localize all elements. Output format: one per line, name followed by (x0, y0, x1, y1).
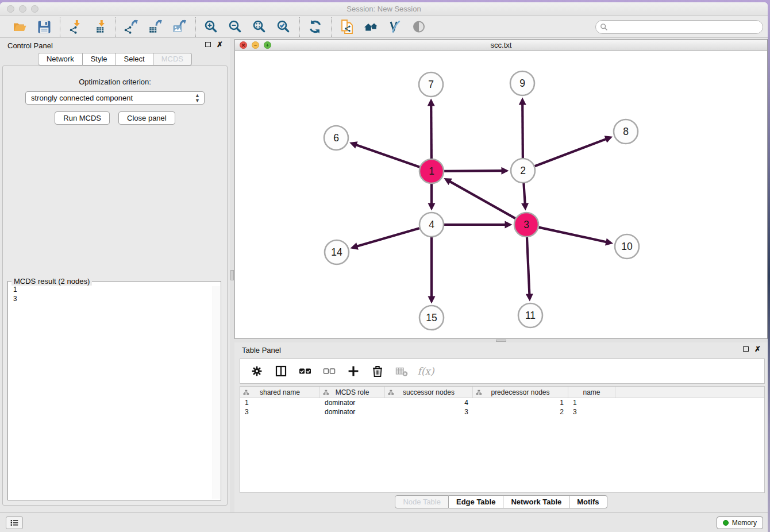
tab-motifs[interactable]: Motifs (569, 495, 607, 508)
result-scrollbar[interactable] (213, 286, 220, 499)
show-columns-button[interactable] (274, 364, 288, 379)
add-row-button[interactable] (346, 364, 361, 379)
search-input[interactable] (595, 20, 763, 34)
task-history-button[interactable] (6, 516, 23, 529)
apply-layout-icon (308, 20, 323, 34)
memory-button[interactable]: Memory (717, 516, 763, 529)
node-label-4: 4 (429, 219, 434, 230)
delete-row-button[interactable] (370, 364, 385, 379)
cell-successor-nodes[interactable]: 4 (385, 398, 473, 407)
export-network-button[interactable] (123, 18, 140, 36)
cell-predecessor-nodes[interactable]: 1 (473, 398, 568, 407)
node-table: shared nameMCDS rolesuccessor nodesprede… (240, 386, 765, 493)
edge-2-9[interactable] (522, 103, 523, 158)
float-panel-icon[interactable] (205, 42, 211, 47)
table-row[interactable]: 1dominator411 (240, 398, 764, 407)
eye-button[interactable] (411, 18, 428, 36)
edge-1-6[interactable] (356, 145, 420, 167)
float-panel-icon[interactable] (743, 346, 749, 352)
settings-button[interactable] (249, 364, 264, 379)
criterion-dropdown[interactable]: strongly connected component ▲▼ (25, 91, 205, 105)
session-title: Session: New Session (0, 2, 768, 16)
column-header-shared-name[interactable]: shared name (240, 387, 320, 398)
cell-MCDS-role[interactable]: dominator (320, 398, 385, 407)
minimize-window-button[interactable] (19, 5, 26, 13)
network-canvas[interactable]: 1234678910111415 (235, 51, 767, 338)
import-network-button[interactable] (67, 18, 84, 36)
close-panel-icon[interactable]: ✗ (217, 41, 223, 48)
mcds-result-box[interactable]: MCDS result (2 nodes) 13 (7, 281, 221, 500)
tab-edge-table[interactable]: Edge Table (449, 495, 503, 508)
cell-successor-nodes[interactable]: 3 (385, 407, 473, 417)
table-panel-title: Table Panel (242, 346, 281, 354)
column-header-name[interactable]: name (568, 387, 615, 398)
tab-mcds[interactable]: MCDS (153, 53, 192, 65)
table-header-row: shared nameMCDS rolesuccessor nodesprede… (240, 387, 764, 398)
table-tabs: Node TableEdge TableNetwork TableMotifs (234, 495, 768, 508)
column-label: name (583, 388, 600, 396)
network-file-button[interactable] (338, 18, 356, 36)
apply-layout-button[interactable] (307, 18, 324, 36)
export-image-button[interactable] (171, 18, 188, 36)
cell-predecessor-nodes[interactable]: 2 (473, 407, 568, 417)
edge-2-8[interactable] (535, 139, 607, 167)
import-table-button[interactable] (91, 18, 109, 36)
control-panel-header: Control Panel ✗ (0, 38, 230, 53)
open-folder-button[interactable] (11, 18, 29, 36)
edge-3-10[interactable] (538, 228, 607, 242)
splitter-grip[interactable] (496, 340, 506, 342)
network-close-button[interactable]: ✕ (240, 41, 247, 49)
cell-name[interactable]: 3 (568, 407, 615, 417)
edge-3-1[interactable] (449, 181, 515, 218)
splitter-grip[interactable] (230, 270, 234, 280)
select-all-button[interactable] (298, 364, 313, 379)
cell-shared-name[interactable]: 3 (240, 407, 320, 417)
home-button[interactable] (363, 18, 380, 36)
column-header-predecessor-nodes[interactable]: predecessor nodes (473, 387, 568, 398)
search-icon (600, 23, 608, 31)
tab-select[interactable]: Select (116, 53, 153, 65)
export-table-button[interactable] (147, 18, 164, 36)
cell-name[interactable]: 1 (568, 398, 615, 407)
close-panel-button[interactable]: Close panel (118, 111, 175, 125)
tab-node-table[interactable]: Node Table (395, 495, 449, 508)
save-button[interactable] (36, 18, 53, 36)
tab-network-table[interactable]: Network Table (503, 495, 569, 508)
close-window-button[interactable] (7, 5, 14, 13)
cell-MCDS-role[interactable]: dominator (320, 407, 385, 417)
node-label-15: 15 (426, 312, 437, 323)
zoom-fit-button[interactable] (251, 18, 268, 36)
edge-1-7[interactable] (431, 105, 432, 159)
status-bar: Memory (0, 512, 768, 532)
column-header-successor-nodes[interactable]: successor nodes (385, 387, 473, 398)
zoom-out-button[interactable] (227, 18, 244, 36)
close-panel-icon[interactable]: ✗ (754, 345, 761, 353)
vizmap-button[interactable] (387, 18, 404, 36)
network-minimize-button[interactable]: − (252, 41, 259, 49)
deselect-all-button[interactable] (322, 364, 337, 379)
table-toolbar: f(x) (240, 358, 765, 384)
import-network-icon (68, 20, 83, 34)
run-mcds-button[interactable]: Run MCDS (55, 111, 110, 125)
edge-4-14[interactable] (356, 228, 419, 246)
delete-table-icon (395, 365, 408, 377)
control-panel: Control Panel ✗ NetworkStyleSelectMCDS O… (0, 38, 230, 508)
network-maximize-button[interactable]: + (264, 41, 271, 49)
table-row[interactable]: 3dominator323 (240, 407, 764, 417)
tab-style[interactable]: Style (83, 53, 116, 65)
select-all-icon (299, 365, 311, 377)
maximize-window-button[interactable] (31, 5, 38, 13)
zoom-in-button[interactable] (203, 18, 220, 36)
cell-shared-name[interactable]: 1 (240, 398, 320, 407)
zoom-selected-button[interactable] (275, 18, 292, 36)
tab-network[interactable]: Network (38, 53, 83, 65)
edge-3-11[interactable] (527, 237, 529, 295)
edge-2-3[interactable] (523, 183, 525, 205)
network-window-titlebar: ✕ − + scc.txt (235, 40, 767, 51)
column-header-MCDS-role[interactable]: MCDS role (320, 387, 385, 398)
network-window-title: scc.txt (235, 40, 767, 51)
vizmap-icon (388, 20, 403, 34)
column-label: successor nodes (403, 388, 455, 396)
edge-1-2[interactable] (444, 171, 503, 171)
vertical-splitter[interactable] (230, 38, 234, 512)
